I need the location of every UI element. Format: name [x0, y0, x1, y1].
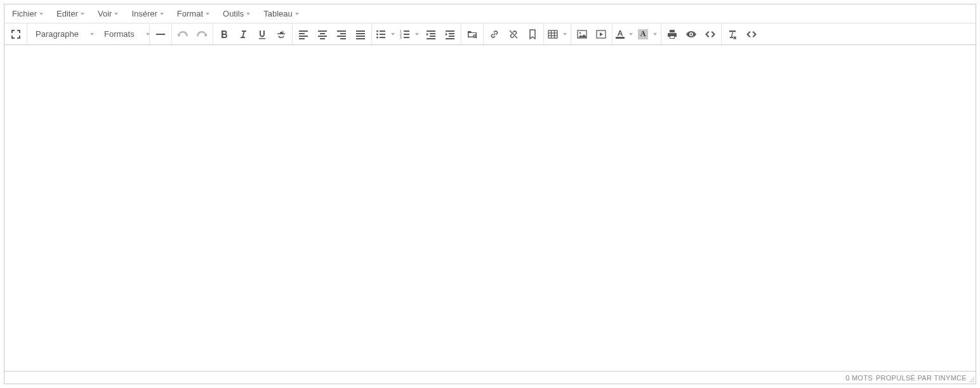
bold-button[interactable]	[215, 25, 234, 44]
code-button[interactable]	[701, 25, 720, 44]
branding-label[interactable]: PROPULSÉ PAR TINYMCE	[876, 374, 967, 382]
table-more-button[interactable]	[560, 25, 569, 44]
background-color-button[interactable]: A	[635, 25, 651, 44]
styles-format-label: Formats	[104, 29, 135, 39]
menu-format[interactable]: Format	[170, 5, 216, 23]
italic-icon	[238, 29, 248, 39]
toolbar: Paragraphe Formats	[4, 23, 976, 45]
strikethrough-icon	[276, 29, 286, 39]
fullscreen-icon	[11, 29, 21, 39]
undo-button[interactable]	[173, 25, 192, 44]
media-icon	[596, 29, 606, 39]
indent-icon	[445, 29, 455, 39]
menu-format-label: Format	[177, 9, 203, 18]
svg-rect-15	[548, 30, 557, 38]
code-icon	[705, 29, 715, 39]
block-format-select[interactable]: Paragraphe	[29, 25, 97, 43]
hr-button[interactable]	[151, 25, 170, 44]
outdent-icon	[426, 29, 436, 39]
bullet-list-button[interactable]	[373, 25, 388, 44]
text-color-swatch	[616, 37, 625, 39]
menu-table[interactable]: Tableau	[256, 5, 305, 23]
chevron-down-icon	[246, 13, 250, 15]
outdent-button[interactable]	[421, 25, 440, 44]
svg-rect-10	[404, 34, 409, 35]
menu-insert[interactable]: Insérer	[124, 5, 169, 23]
chevron-down-icon	[160, 13, 164, 15]
bullet-list-more-button[interactable]	[388, 25, 397, 44]
underline-button[interactable]	[253, 25, 272, 44]
clear-format-icon	[727, 29, 738, 39]
italic-button[interactable]	[234, 25, 253, 44]
align-right-button[interactable]	[332, 25, 351, 44]
numbered-list-button[interactable]: 123	[397, 25, 413, 44]
image-button[interactable]	[573, 25, 592, 44]
align-center-button[interactable]	[313, 25, 332, 44]
svg-point-21	[579, 32, 581, 34]
menu-edit-label: Editer	[56, 9, 78, 18]
text-color-more-button[interactable]	[626, 25, 635, 44]
svg-rect-2	[380, 30, 385, 32]
align-justify-button[interactable]	[351, 25, 370, 44]
numbered-list-more-button[interactable]	[413, 25, 421, 44]
svg-point-23	[973, 377, 974, 378]
svg-rect-4	[380, 34, 385, 35]
preview-button[interactable]	[682, 25, 701, 44]
svg-point-25	[973, 379, 974, 380]
editor-content-area[interactable]	[4, 45, 976, 371]
bold-icon	[219, 29, 229, 39]
chevron-down-icon	[629, 33, 633, 36]
indent-button[interactable]	[440, 25, 460, 44]
menu-table-label: Tableau	[263, 9, 293, 18]
align-center-icon	[317, 29, 328, 39]
svg-point-28	[973, 381, 974, 382]
undo-icon	[178, 29, 188, 39]
menu-view[interactable]: Voir	[91, 5, 124, 23]
anchor-button[interactable]	[523, 25, 542, 44]
chevron-down-icon	[39, 13, 43, 15]
chevron-down-icon	[563, 33, 567, 36]
menu-file[interactable]: Fichier	[5, 5, 50, 23]
unlink-button[interactable]	[504, 25, 523, 44]
svg-rect-6	[380, 37, 385, 38]
chevron-down-icon	[295, 13, 299, 15]
fullscreen-button[interactable]	[6, 25, 25, 44]
background-color-icon: A	[638, 29, 648, 39]
svg-line-14	[476, 37, 477, 38]
svg-point-27	[971, 381, 972, 382]
folder-search-icon	[467, 29, 477, 39]
clear-formatting-button[interactable]	[723, 25, 742, 44]
unlink-icon	[508, 29, 519, 39]
align-left-button[interactable]	[294, 25, 313, 44]
chevron-down-icon	[206, 13, 209, 15]
horizontal-rule-icon	[156, 29, 166, 39]
print-button[interactable]	[663, 25, 682, 44]
strikethrough-button[interactable]	[272, 25, 291, 44]
statusbar: 0 MOTS PROPULSÉ PAR TINYMCE	[4, 371, 976, 384]
table-button[interactable]	[545, 25, 560, 44]
link-button[interactable]	[485, 25, 504, 44]
chevron-down-icon	[90, 33, 94, 36]
print-icon	[667, 29, 677, 39]
svg-point-5	[376, 36, 378, 38]
background-color-more-button[interactable]	[651, 25, 659, 44]
redo-button[interactable]	[192, 25, 211, 44]
image-manager-button[interactable]	[463, 25, 482, 44]
table-icon	[548, 29, 558, 39]
text-color-button[interactable]	[614, 25, 626, 44]
block-format-label: Paragraphe	[36, 29, 79, 39]
menu-edit[interactable]: Editer	[50, 5, 91, 23]
media-button[interactable]	[592, 25, 611, 44]
styles-format-select[interactable]: Formats	[97, 25, 148, 43]
eye-icon	[686, 29, 696, 39]
chevron-down-icon	[81, 13, 84, 15]
code-brackets-icon	[746, 29, 757, 39]
chevron-down-icon	[114, 13, 118, 15]
svg-point-3	[376, 33, 378, 35]
menu-insert-label: Insérer	[131, 9, 157, 18]
resize-grip-icon[interactable]	[969, 377, 975, 383]
menu-tools[interactable]: Outils	[216, 5, 256, 23]
word-count-label[interactable]: 0 MOTS	[845, 374, 873, 382]
chevron-down-icon	[391, 33, 395, 36]
template-button[interactable]	[742, 25, 761, 44]
